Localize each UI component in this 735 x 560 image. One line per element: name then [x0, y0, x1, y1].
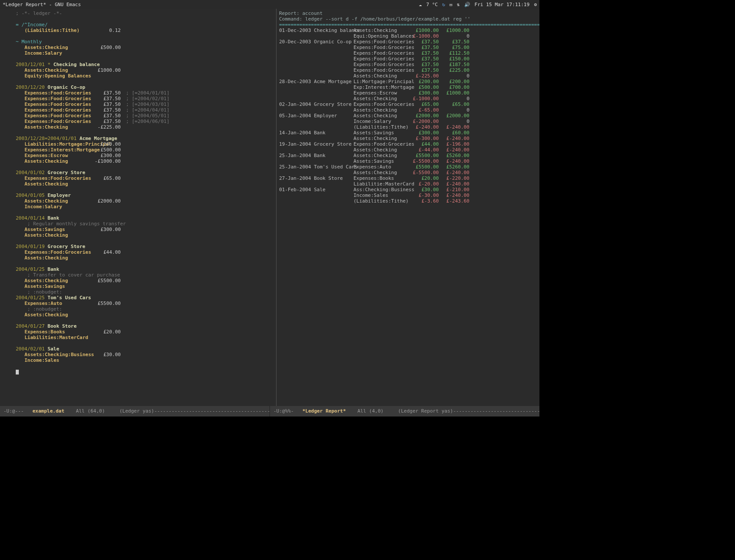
transaction-header: 2004/01/05 Employer [16, 192, 273, 198]
transaction-header: 2004/01/14 Bank [16, 215, 273, 221]
weather-text: 7 °C [426, 2, 438, 7]
clock-text: Fri 15 Mar 17:11:19 [475, 2, 530, 7]
report-row: Assets:Checking£-5500.00£-240.00 [279, 170, 537, 175]
transaction-header: 2004/01/02 Grocery Store [16, 170, 273, 175]
transaction-header: 2003/12/28=2004/01/01 Acme Mortgage [16, 136, 273, 141]
buffer-name-right: *Ledger Report* [302, 408, 346, 414]
posting-line: Equity:Opening Balances [16, 73, 273, 79]
report-command: Command: ledger --sort d -f /home/borbus… [279, 16, 470, 22]
posting-comment: ; :nobudget: [16, 306, 62, 312]
transaction-header: 2004/01/25 Bank [16, 266, 273, 272]
report-row: (Liabilities:Tithe)£-3.60£-243.60 [279, 198, 537, 204]
buffer-name-left: example.dat [32, 408, 64, 414]
posting-line: Expenses:Food:Groceries£44.00 [16, 249, 273, 255]
posting-line: Income:Salary [16, 204, 273, 210]
text-cursor [16, 370, 19, 374]
posting-line: Assets:Checking£500.00 [16, 45, 273, 50]
ledger-report-buffer[interactable]: Report: account Command: ledger --sort d… [276, 9, 539, 406]
report-row: Assets:Checking£-1000.000 [279, 96, 537, 102]
transaction-header: 2003/12/01 * Checking balance [16, 62, 273, 67]
posting-line: Assets:Checking [16, 312, 273, 318]
report-row: 20-Dec-2003 Organic Co-opExpens:Food:Gro… [279, 39, 537, 45]
report-row: Expens:Food:Groceries£37.50£112.50 [279, 50, 537, 56]
transaction-header: 2004/01/25 Tom's Used Cars [16, 295, 273, 301]
posting-line: Expenses:Food:Groceries£37.50; [=2004/01… [16, 90, 273, 96]
posting-line: Expenses:Food:Groceries£37.50; [=2004/02… [16, 96, 273, 102]
report-row: 02-Jan-2004 Grocery StoreExpens:Food:Gro… [279, 102, 537, 107]
posting-comment: ; Regular monthly savings transfer [16, 221, 126, 227]
report-row: Equi:Opening Balances£-1000.000 [279, 33, 537, 39]
transaction-header: 2004/01/27 Book Store [16, 323, 273, 329]
ledger-source-buffer[interactable]: ; -*- ledger -*- = /^Income/ (Liabilitie… [0, 9, 276, 406]
report-row: Assets:Checking£-44.00£-240.00 [279, 147, 537, 153]
report-row: Income:Sales£-30.00£-240.00 [279, 192, 537, 198]
settings-gear-icon[interactable]: ⚙ [534, 2, 537, 7]
posting-line: Assets:Checking [16, 232, 273, 238]
posting-comment: ; Transfer to cover car purchase [16, 272, 120, 278]
report-row: Exp:Interest:Mortgage£500.00£700.00 [279, 84, 537, 90]
posting-line: Expenses:Food:Groceries£37.50; [=2004/05… [16, 113, 273, 119]
report-row: Assets:Savings£-5500.00£-240.00 [279, 158, 537, 164]
report-separator: ========================================… [279, 22, 539, 28]
mail-icon[interactable]: ✉ [449, 2, 452, 7]
posting-line: Assets:Checking£5500.00 [16, 278, 273, 284]
window-title: *Ledger Report* - GNU Emacs [3, 2, 81, 7]
report-row: 05-Jan-2004 EmployerAssets:Checking£2000… [279, 113, 537, 119]
automated-xact-expr: = /^Income/ [16, 22, 48, 28]
report-row: 01-Feb-2004 SaleAss:Checking:Business£30… [279, 187, 537, 192]
report-row: Expens:Food:Groceries£37.50£75.00 [279, 45, 537, 50]
report-row: 14-Jan-2004 BankAssets:Savings£300.00£60… [279, 130, 537, 136]
posting-line: Expenses:Interest:Mortgage£500.00 [16, 147, 273, 153]
file-mode-comment: ; -*- ledger -*- [16, 10, 62, 16]
report-row: Expens:Food:Groceries£37.50£187.50 [279, 62, 537, 67]
report-row: Liabilitie:MasterCard£-20.00£-240.00 [279, 181, 537, 187]
report-row: 25-Jan-2004 Tom's Used CarsExpenses:Auto… [279, 164, 537, 170]
posting-line: Expenses:Food:Groceries£37.50; [=2004/06… [16, 119, 273, 124]
posting-line: Income:Salary [16, 50, 273, 56]
posting-line: Assets:Checking£2000.00 [16, 198, 273, 204]
posting-line: Liabilities:Mortgage:Principal£200.00 [16, 141, 273, 147]
report-row: Expenses:Escrow£300.00£1000.00 [279, 90, 537, 96]
posting-line: Assets:Checking [16, 181, 273, 187]
report-row: Assets:Checking£-65.000 [279, 107, 537, 113]
posting-line: Expenses:Books£20.00 [16, 329, 273, 335]
modeline-right: -U:@%%- *Ledger Report* All (4,0) (Ledge… [270, 406, 539, 416]
report-row: 28-Dec-2003 Acme MortgageLi:Mortgage:Pri… [279, 79, 537, 84]
posting-line: Liabilities:MasterCard [16, 335, 273, 340]
report-row: Income:Salary£-2000.000 [279, 119, 537, 124]
report-row: Assets:Checking£-300.00£-240.00 [279, 136, 537, 141]
report-row: 01-Dec-2003 Checking balanceAssets:Check… [279, 28, 537, 33]
transaction-header: 2004/01/19 Grocery Store [16, 244, 273, 249]
posting-line: Assets:Checking-£225.00 [16, 124, 273, 130]
posting-line: Assets:Savings [16, 284, 273, 289]
report-row: 25-Jan-2004 BankAssets:Checking£5500.00£… [279, 153, 537, 158]
volume-icon[interactable]: 🔊 [464, 2, 470, 7]
posting-line: Assets:Checking-£1000.00 [16, 158, 273, 164]
report-row: 27-Jan-2004 Book StoreExpenses:Books£20.… [279, 175, 537, 181]
transaction-header: 2003/12/20 Organic Co-op [16, 84, 273, 90]
desktop-topbar: *Ledger Report* - GNU Emacs ☁ 7 °C ↻ ✉ ⇅… [0, 0, 539, 9]
transaction-header: 2004/02/01 Sale [16, 346, 273, 352]
posting-line: Expenses:Auto£5500.00 [16, 301, 273, 306]
report-title: Report: account [279, 10, 322, 16]
report-row: Expens:Food:Groceries£37.50£225.00 [279, 67, 537, 73]
posting-line: Expenses:Food:Groceries£37.50; [=2004/03… [16, 102, 273, 107]
report-row: (Liabilities:Tithe)£-240.00£-240.00 [279, 124, 537, 130]
report-row: 19-Jan-2004 Grocery StoreExpens:Food:Gro… [279, 141, 537, 147]
posting-line: (Liabilities:Tithe)0.12 [16, 28, 273, 33]
posting-line: Expenses:Food:Groceries£65.00 [16, 175, 273, 181]
posting-line: Assets:Checking:Business£30.00 [16, 352, 273, 357]
posting-line: Income:Sales [16, 357, 273, 363]
posting-line: Assets:Checking [16, 255, 273, 261]
posting-line: Expenses:Escrow£300.00 [16, 153, 273, 158]
posting-comment: ; :nobudget: [16, 289, 62, 295]
periodic-xact-period: ~ Monthly [16, 39, 42, 45]
posting-line: Assets:Checking£1000.00 [16, 67, 273, 73]
weather-icon[interactable]: ☁ [419, 2, 422, 7]
reload-icon[interactable]: ↻ [442, 2, 445, 7]
report-row: Expens:Food:Groceries£37.50£150.00 [279, 56, 537, 62]
posting-line: Expenses:Food:Groceries£37.50; [=2004/04… [16, 107, 273, 113]
posting-line: Assets:Savings£300.00 [16, 227, 273, 232]
modeline-left: -U:@--- example.dat All (64,0) (Ledger y… [0, 406, 270, 416]
network-icon[interactable]: ⇅ [457, 2, 460, 7]
